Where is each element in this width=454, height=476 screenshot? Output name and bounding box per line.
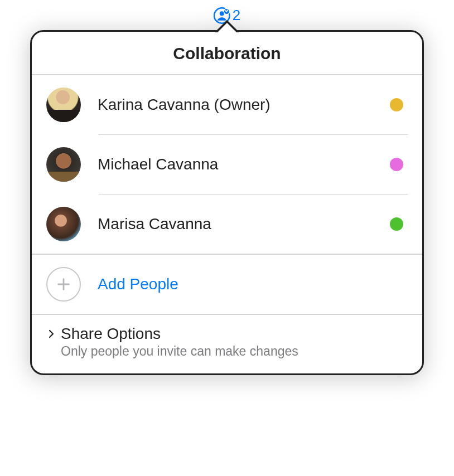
participant-name: Karina Cavanna (Owner) — [98, 96, 390, 114]
avatar — [46, 147, 81, 182]
collaboration-popover: Collaboration Karina Cavanna (Owner) Mic… — [30, 30, 424, 375]
participant-row[interactable]: Michael Cavanna — [46, 135, 408, 194]
share-options-button[interactable]: Share Options Only people you invite can… — [32, 315, 422, 373]
participant-row[interactable]: Marisa Cavanna — [46, 195, 408, 254]
share-options-label: Share Options — [61, 325, 161, 343]
share-options-subtitle: Only people you invite can make changes — [61, 344, 408, 359]
participants-list: Karina Cavanna (Owner) Michael Cavanna M… — [32, 75, 422, 254]
svg-point-1 — [220, 11, 224, 16]
participant-name: Michael Cavanna — [98, 156, 390, 173]
presence-dot — [390, 217, 403, 231]
popover-arrow — [215, 20, 239, 32]
participant-row[interactable]: Karina Cavanna (Owner) — [46, 75, 408, 134]
add-people-label: Add People — [98, 275, 178, 293]
avatar — [46, 207, 81, 241]
plus-circle-icon — [46, 267, 81, 302]
popover-title: Collaboration — [32, 44, 422, 63]
presence-dot — [390, 158, 403, 171]
popover-header: Collaboration — [32, 32, 422, 75]
presence-dot — [390, 98, 403, 111]
add-people-button[interactable]: Add People — [32, 255, 422, 314]
participant-name: Marisa Cavanna — [98, 215, 390, 233]
chevron-right-icon — [46, 329, 56, 339]
avatar — [46, 88, 81, 122]
